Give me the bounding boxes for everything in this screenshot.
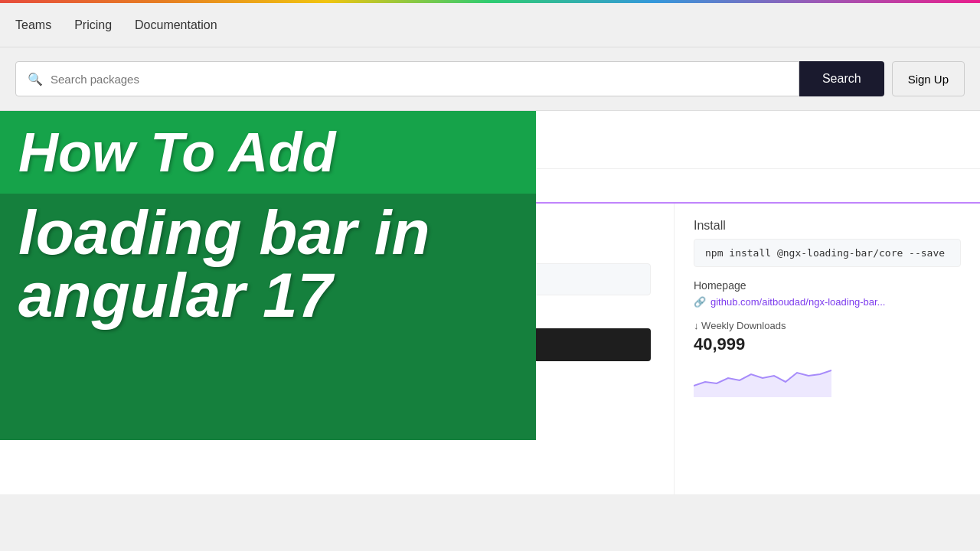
- homepage-label: Homepage: [694, 279, 961, 292]
- overlay-bottom: loading bar in angular 17: [0, 194, 536, 440]
- search-input[interactable]: [51, 73, 787, 86]
- search-bar-container: 🔍 Search Sign Up: [0, 47, 980, 111]
- install-command-sidebar: npm install @ngx-loading-bar/core --save: [694, 239, 961, 267]
- download-count: 40,999: [694, 334, 961, 354]
- weekly-label: ↓ Weekly Downloads: [694, 320, 961, 331]
- homepage-link[interactable]: 🔗 github.com/aitboudad/ngx-loading-bar..…: [694, 296, 961, 308]
- right-sidebar: Install npm install @ngx-loading-bar/cor…: [674, 204, 980, 494]
- overlay-top: How To Add: [0, 111, 536, 194]
- link-icon: 🔗: [694, 296, 706, 308]
- nav-pricing[interactable]: Pricing: [74, 18, 112, 32]
- main-content: @ngx-loading-bar/core TS 6.0.2 • Public …: [0, 111, 980, 494]
- downloads-chart: [694, 359, 831, 397]
- homepage-url: github.com/aitboudad/ngx-loading-bar...: [710, 296, 885, 308]
- navbar: Teams Pricing Documentation: [0, 3, 980, 47]
- search-icon: 🔍: [28, 72, 43, 86]
- overlay-title-top: How To Add: [18, 125, 518, 180]
- search-input-wrapper: 🔍: [15, 61, 799, 96]
- nav-links: Teams Pricing Documentation: [15, 18, 217, 32]
- homepage-section: Homepage 🔗 github.com/aitboudad/ngx-load…: [694, 279, 961, 308]
- search-button[interactable]: Search: [799, 61, 884, 96]
- install-sidebar-title: Install: [694, 219, 961, 233]
- nav-documentation[interactable]: Documentation: [135, 18, 217, 32]
- weekly-downloads-section: ↓ Weekly Downloads 40,999: [694, 320, 961, 397]
- video-overlay: How To Add loading bar in angular 17: [0, 111, 536, 440]
- signup-button[interactable]: Sign Up: [892, 61, 965, 96]
- overlay-title-bottom: loading bar in angular 17: [18, 201, 518, 327]
- nav-teams[interactable]: Teams: [15, 18, 51, 32]
